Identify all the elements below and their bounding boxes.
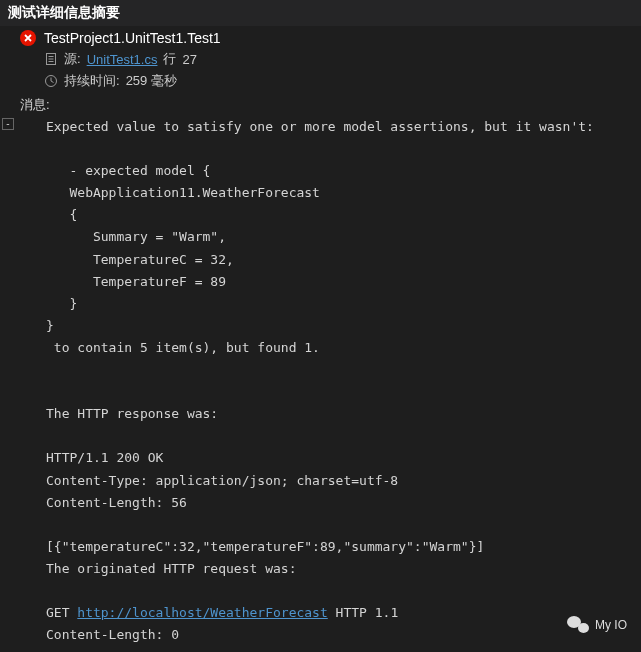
test-full-name: TestProject1.UnitTest1.Test1	[44, 30, 221, 46]
message-label: 消息:	[20, 96, 633, 114]
panel-header: 测试详细信息摘要	[0, 0, 641, 26]
test-duration-row: 持续时间: 259 毫秒	[0, 70, 641, 92]
source-line-label: 行	[163, 50, 176, 68]
source-label: 源:	[64, 50, 81, 68]
duration-value: 259 毫秒	[126, 72, 177, 90]
watermark: My IO	[567, 616, 627, 634]
message-body: Expected value to satisfy one or more mo…	[20, 116, 633, 646]
source-file-icon	[44, 52, 58, 66]
source-line-number: 27	[182, 52, 196, 67]
test-title-row: TestProject1.UnitTest1.Test1	[0, 26, 641, 48]
message-section: 消息: Expected value to satisfy one or mor…	[0, 92, 641, 650]
watermark-text: My IO	[595, 618, 627, 632]
wechat-icon	[567, 616, 589, 634]
test-source-row: 源: UnitTest1.cs 行 27	[0, 48, 641, 70]
duration-label: 持续时间:	[64, 72, 120, 90]
source-file-link[interactable]: UnitTest1.cs	[87, 52, 158, 67]
collapse-toggle[interactable]: -	[2, 118, 14, 130]
test-fail-icon	[20, 30, 36, 46]
clock-icon	[44, 74, 58, 88]
request-url-link[interactable]: http://localhost/WeatherForecast	[77, 605, 327, 620]
panel-title: 测试详细信息摘要	[8, 4, 120, 20]
